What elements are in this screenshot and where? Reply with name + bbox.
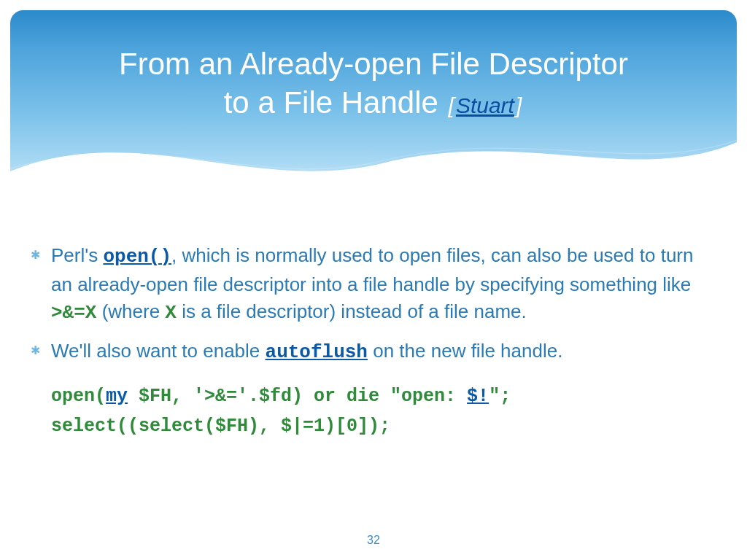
mode-code: >&=X [51, 302, 96, 324]
x-code: X [165, 302, 177, 324]
bullet-2: We'll also want to enable autoflush on t… [31, 338, 716, 367]
errvar-link[interactable]: $! [467, 386, 489, 407]
open-link[interactable]: open() [103, 246, 171, 268]
slide-body: Perl's open(), which is normally used to… [0, 200, 747, 441]
code-block: open(my $FH, '>&='.$fd) or die "open: $!… [31, 381, 716, 442]
code-line-1: open(my $FH, '>&='.$fd) or die "open: $!… [51, 381, 716, 411]
wave-decoration [10, 113, 737, 200]
slide-header: From an Already-open File Descriptor to … [10, 10, 737, 200]
code-line-2: select((select($FH), $|=1)[0]); [51, 411, 716, 441]
title-line-2: to a File Handle [Stuart] [10, 84, 737, 122]
title-line-1: From an Already-open File Descriptor [10, 45, 737, 84]
slide-title: From an Already-open File Descriptor to … [10, 10, 737, 122]
bullet-1: Perl's open(), which is normally used to… [31, 242, 716, 327]
autoflush-link[interactable]: autoflush [266, 341, 368, 363]
page-number: 32 [0, 534, 747, 547]
citation-link[interactable]: Stuart [456, 93, 514, 117]
my-keyword-link[interactable]: my [106, 386, 128, 407]
